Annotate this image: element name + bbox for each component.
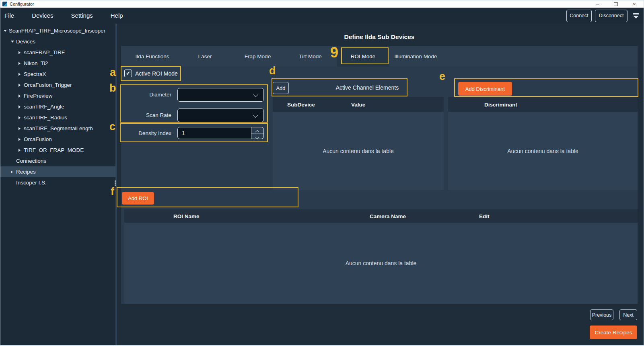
expand-icon[interactable]	[11, 41, 15, 43]
chevron-down-icon	[253, 113, 258, 118]
discriminant-table-body: Aucun contenu dans la table	[448, 112, 638, 190]
channel-table-empty-text: Aucun contenu dans la table	[323, 148, 394, 154]
column-roi-name: ROI Name	[173, 213, 200, 219]
collapse-icon[interactable]	[19, 116, 23, 119]
tab-tirf-mode[interactable]: Tirf Mode	[284, 46, 337, 67]
filter-icon[interactable]	[633, 13, 639, 18]
tab-ilda-functions[interactable]: Ilda Functions	[126, 46, 179, 67]
minimize-button[interactable]	[588, 0, 607, 8]
roi-table-header: ROI Name Camera Name Edit	[124, 209, 638, 223]
tree-item-firepreview[interactable]: FirePreview	[0, 90, 115, 101]
window-title: Configurator	[10, 2, 34, 6]
create-recipes-button[interactable]: Create Recipes	[590, 326, 637, 339]
splitter-grip-icon	[115, 180, 116, 186]
discriminant-table-empty-text: Aucun contenu dans la table	[507, 148, 578, 154]
tree-item-nikon-ti2[interactable]: Nikon_Ti2	[0, 58, 115, 69]
chevron-down-icon	[255, 135, 259, 139]
channel-elements-section: Add Active Channel Elements SubDevice Va…	[273, 80, 444, 190]
collapse-icon[interactable]	[19, 94, 23, 98]
add-discriminant-button[interactable]: Add Discriminant	[458, 82, 512, 96]
expand-icon[interactable]	[4, 30, 8, 32]
app-window: Configurator ✕ File Devices Settings Hel…	[0, 0, 644, 346]
column-discriminant: Discriminant	[484, 101, 517, 107]
spin-down-button[interactable]	[251, 133, 263, 139]
device-tree: ScanFRAP_TIRF_Microscope_Inscoper Device…	[0, 24, 115, 346]
channel-elements-title: Active Channel Elements	[291, 84, 444, 91]
roi-mode-panel: ✓ Active ROI Mode Diameter Scan Rate Den…	[121, 67, 638, 304]
channel-table-header: SubDevice Value	[273, 97, 444, 112]
checkbox-label: Active ROI Mode	[135, 70, 178, 77]
tab-roi-mode[interactable]: ROI Mode	[337, 46, 389, 67]
density-index-stepper	[251, 127, 264, 139]
minimize-icon	[596, 4, 599, 4]
channel-table-body: Aucun contenu dans la table	[273, 112, 444, 190]
column-edit: Edit	[479, 213, 490, 219]
discriminant-section: Add Discriminant Discriminant Aucun cont…	[448, 80, 638, 190]
collapse-icon[interactable]	[19, 127, 23, 130]
main-content: Define Ilda Sub Devices Ilda Functions L…	[117, 24, 644, 346]
add-channel-button[interactable]: Add	[273, 82, 289, 94]
collapse-icon[interactable]	[19, 149, 23, 152]
collapse-icon[interactable]	[19, 73, 23, 76]
column-camera-name: Camera Name	[370, 213, 406, 219]
diameter-label: Diameter	[121, 92, 171, 98]
tree-item-scantirf-radius[interactable]: scanTIRF_Radius	[0, 112, 115, 123]
tree-item-scanfrap-tirf[interactable]: scanFRAP_TIRF	[0, 47, 115, 58]
maximize-button[interactable]	[607, 0, 625, 8]
tree-item-orcafusion-trigger[interactable]: OrcaFusion_Trigger	[0, 80, 115, 90]
title-bar: Configurator ✕	[0, 0, 644, 8]
collapse-icon[interactable]	[11, 170, 15, 174]
scan-rate-label: Scan Rate	[121, 112, 171, 118]
previous-button[interactable]: Previous	[590, 309, 613, 320]
tab-illumination-mode[interactable]: Illumination Mode	[389, 46, 442, 67]
column-subdevice: SubDevice	[287, 101, 315, 107]
column-value: Value	[351, 101, 365, 107]
diameter-dropdown[interactable]	[177, 88, 264, 102]
checkbox-icon[interactable]: ✓	[124, 70, 132, 77]
tree-item-inscoper-is[interactable]: Inscoper I.S.	[0, 177, 115, 188]
roi-table-empty-text: Aucun contenu dans la table	[346, 260, 417, 266]
tree-item-connections[interactable]: Connections	[0, 156, 115, 166]
tree-item-scantirf-segmentallength[interactable]: scanTIRF_SegmentalLength	[0, 123, 115, 134]
collapse-icon[interactable]	[19, 51, 23, 54]
tab-frap-mode[interactable]: Frap Mode	[231, 46, 284, 67]
collapse-icon[interactable]	[19, 105, 23, 109]
chevron-down-icon	[253, 92, 258, 97]
tree-item-orcafusion[interactable]: OrcaFusion	[0, 134, 115, 145]
connection-controls: Connect Disconnect	[566, 10, 644, 22]
tree-item-spectrax[interactable]: SpectraX	[0, 69, 115, 80]
menu-devices[interactable]: Devices	[23, 8, 62, 24]
roi-table-body: Aucun contenu dans la table	[124, 223, 638, 304]
app-logo-icon	[2, 2, 7, 6]
spin-up-button[interactable]	[251, 127, 263, 133]
discriminant-table-header: Discriminant	[448, 97, 638, 112]
density-index-input[interactable]	[177, 127, 251, 139]
scan-rate-dropdown[interactable]	[177, 109, 264, 122]
add-roi-button[interactable]: Add ROI	[122, 192, 154, 205]
collapse-icon[interactable]	[19, 84, 23, 87]
active-roi-mode-checkbox[interactable]: ✓ Active ROI Mode	[124, 70, 178, 77]
tab-laser[interactable]: Laser	[179, 46, 231, 67]
roi-table: ROI Name Camera Name Edit Aucun contenu …	[124, 209, 638, 304]
disconnect-button[interactable]: Disconnect	[595, 10, 628, 22]
tree-item-tirf-or-frap-mode[interactable]: TIRF_OR_FRAP_MODE	[0, 145, 115, 156]
connect-button[interactable]: Connect	[566, 10, 592, 22]
channel-elements-header: Add Active Channel Elements	[273, 80, 444, 97]
tree-item-scantirf-angle[interactable]: scanTIRF_Angle	[0, 101, 115, 112]
close-button[interactable]: ✕	[625, 0, 644, 8]
page-title: Define Ilda Sub Devices	[121, 33, 638, 41]
tree-item-microscope[interactable]: ScanFRAP_TIRF_Microscope_Inscoper	[0, 25, 115, 36]
maximize-icon	[614, 2, 618, 6]
tree-item-recipes[interactable]: Recipes	[0, 166, 115, 177]
menu-settings[interactable]: Settings	[62, 8, 102, 24]
collapse-icon[interactable]	[19, 138, 23, 141]
density-index-label: Density Index	[121, 130, 171, 136]
tree-item-devices[interactable]: Devices	[0, 36, 115, 47]
collapse-icon[interactable]	[19, 62, 23, 65]
menu-help[interactable]: Help	[102, 8, 132, 24]
menu-bar: File Devices Settings Help Connect Disco…	[0, 8, 644, 24]
menu-file[interactable]: File	[0, 8, 23, 24]
window-controls: ✕	[588, 0, 644, 8]
tab-bar: Ilda Functions Laser Frap Mode Tirf Mode…	[121, 46, 638, 67]
next-button[interactable]: Next	[619, 309, 637, 320]
